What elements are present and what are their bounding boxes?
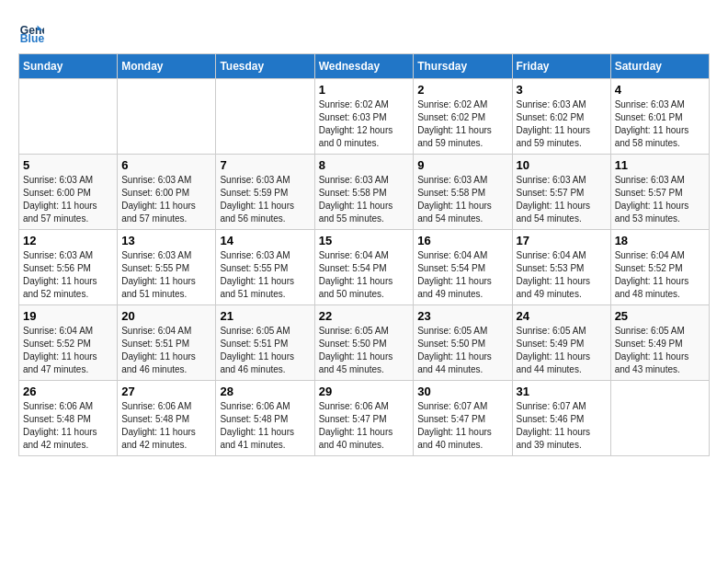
calendar-cell: 10Sunrise: 6:03 AM Sunset: 5:57 PM Dayli… — [512, 155, 610, 230]
day-number: 30 — [417, 385, 507, 398]
weekday-header: Tuesday — [216, 54, 314, 79]
day-number: 13 — [121, 234, 211, 247]
calendar-cell: 13Sunrise: 6:03 AM Sunset: 5:55 PM Dayli… — [118, 230, 216, 305]
calendar-cell: 21Sunrise: 6:05 AM Sunset: 5:51 PM Dayli… — [216, 305, 314, 381]
day-number: 11 — [615, 158, 705, 172]
day-number: 2 — [417, 83, 507, 97]
day-info: Sunrise: 6:04 AM Sunset: 5:53 PM Dayligh… — [517, 249, 607, 301]
day-info: Sunrise: 6:04 AM Sunset: 5:54 PM Dayligh… — [417, 249, 507, 301]
day-info: Sunrise: 6:03 AM Sunset: 6:00 PM Dayligh… — [23, 174, 113, 225]
calendar-cell: 20Sunrise: 6:04 AM Sunset: 5:51 PM Dayli… — [118, 305, 216, 381]
calendar-week: 12Sunrise: 6:03 AM Sunset: 5:56 PM Dayli… — [19, 230, 710, 305]
day-info: Sunrise: 6:03 AM Sunset: 5:56 PM Dayligh… — [23, 249, 113, 301]
calendar-cell — [118, 79, 216, 155]
weekday-header: Wednesday — [314, 54, 414, 79]
calendar-cell: 3Sunrise: 6:03 AM Sunset: 6:02 PM Daylig… — [512, 79, 610, 155]
day-info: Sunrise: 6:03 AM Sunset: 5:58 PM Dayligh… — [319, 174, 410, 225]
calendar-cell: 12Sunrise: 6:03 AM Sunset: 5:56 PM Dayli… — [19, 230, 118, 305]
calendar-week: 26Sunrise: 6:06 AM Sunset: 5:48 PM Dayli… — [19, 381, 710, 456]
logo-icon: General Blue — [18, 18, 44, 44]
calendar-cell — [610, 381, 709, 456]
day-number: 25 — [615, 309, 705, 323]
day-info: Sunrise: 6:03 AM Sunset: 5:57 PM Dayligh… — [615, 174, 705, 225]
calendar-cell: 16Sunrise: 6:04 AM Sunset: 5:54 PM Dayli… — [414, 230, 512, 305]
day-info: Sunrise: 6:05 AM Sunset: 5:51 PM Dayligh… — [220, 325, 310, 376]
day-info: Sunrise: 6:03 AM Sunset: 5:57 PM Dayligh… — [517, 174, 607, 225]
weekday-header: Thursday — [414, 54, 512, 79]
day-info: Sunrise: 6:03 AM Sunset: 5:55 PM Dayligh… — [220, 249, 310, 301]
day-number: 18 — [615, 234, 705, 247]
svg-text:Blue: Blue — [20, 32, 44, 44]
calendar-cell: 5Sunrise: 6:03 AM Sunset: 6:00 PM Daylig… — [19, 155, 118, 230]
day-info: Sunrise: 6:07 AM Sunset: 5:46 PM Dayligh… — [517, 400, 607, 452]
calendar-cell: 26Sunrise: 6:06 AM Sunset: 5:48 PM Dayli… — [19, 381, 118, 456]
calendar-cell: 6Sunrise: 6:03 AM Sunset: 6:00 PM Daylig… — [118, 155, 216, 230]
day-number: 10 — [517, 158, 607, 172]
day-info: Sunrise: 6:05 AM Sunset: 5:50 PM Dayligh… — [319, 325, 410, 376]
day-info: Sunrise: 6:04 AM Sunset: 5:51 PM Dayligh… — [121, 325, 211, 376]
calendar-cell: 25Sunrise: 6:05 AM Sunset: 5:49 PM Dayli… — [610, 305, 709, 381]
calendar-cell: 18Sunrise: 6:04 AM Sunset: 5:52 PM Dayli… — [610, 230, 709, 305]
calendar-header: SundayMondayTuesdayWednesdayThursdayFrid… — [19, 54, 710, 79]
calendar-cell: 15Sunrise: 6:04 AM Sunset: 5:54 PM Dayli… — [314, 230, 414, 305]
day-info: Sunrise: 6:03 AM Sunset: 5:58 PM Dayligh… — [417, 174, 507, 225]
day-info: Sunrise: 6:03 AM Sunset: 6:02 PM Dayligh… — [517, 98, 607, 150]
calendar-cell — [19, 79, 118, 155]
day-info: Sunrise: 6:02 AM Sunset: 6:02 PM Dayligh… — [417, 98, 507, 150]
day-number: 29 — [319, 385, 410, 398]
calendar-cell: 28Sunrise: 6:06 AM Sunset: 5:48 PM Dayli… — [216, 381, 314, 456]
calendar-cell: 4Sunrise: 6:03 AM Sunset: 6:01 PM Daylig… — [610, 79, 709, 155]
calendar-cell: 24Sunrise: 6:05 AM Sunset: 5:49 PM Dayli… — [512, 305, 610, 381]
day-info: Sunrise: 6:04 AM Sunset: 5:52 PM Dayligh… — [615, 249, 705, 301]
calendar-cell: 14Sunrise: 6:03 AM Sunset: 5:55 PM Dayli… — [216, 230, 314, 305]
calendar-week: 19Sunrise: 6:04 AM Sunset: 5:52 PM Dayli… — [19, 305, 710, 381]
weekday-header: Sunday — [19, 54, 118, 79]
day-info: Sunrise: 6:06 AM Sunset: 5:48 PM Dayligh… — [220, 400, 310, 452]
weekday-header: Monday — [118, 54, 216, 79]
day-number: 9 — [417, 158, 507, 172]
day-number: 21 — [220, 309, 310, 323]
day-number: 22 — [319, 309, 410, 323]
calendar-cell: 31Sunrise: 6:07 AM Sunset: 5:46 PM Dayli… — [512, 381, 610, 456]
day-info: Sunrise: 6:03 AM Sunset: 5:59 PM Dayligh… — [220, 174, 310, 225]
calendar-cell: 19Sunrise: 6:04 AM Sunset: 5:52 PM Dayli… — [19, 305, 118, 381]
calendar-week: 1Sunrise: 6:02 AM Sunset: 6:03 PM Daylig… — [19, 79, 710, 155]
calendar-cell: 29Sunrise: 6:06 AM Sunset: 5:47 PM Dayli… — [314, 381, 414, 456]
day-number: 5 — [23, 158, 113, 172]
day-info: Sunrise: 6:04 AM Sunset: 5:54 PM Dayligh… — [319, 249, 410, 301]
day-number: 12 — [23, 234, 113, 247]
calendar-cell — [216, 79, 314, 155]
weekday-header: Friday — [512, 54, 610, 79]
day-number: 8 — [319, 158, 410, 172]
day-number: 6 — [121, 158, 211, 172]
calendar-table: SundayMondayTuesdayWednesdayThursdayFrid… — [18, 53, 710, 456]
day-number: 26 — [23, 385, 113, 398]
day-info: Sunrise: 6:05 AM Sunset: 5:49 PM Dayligh… — [517, 325, 607, 376]
day-number: 1 — [319, 83, 410, 97]
calendar-cell: 1Sunrise: 6:02 AM Sunset: 6:03 PM Daylig… — [314, 79, 414, 155]
calendar-cell: 2Sunrise: 6:02 AM Sunset: 6:02 PM Daylig… — [414, 79, 512, 155]
day-number: 20 — [121, 309, 211, 323]
day-info: Sunrise: 6:02 AM Sunset: 6:03 PM Dayligh… — [319, 98, 410, 150]
day-info: Sunrise: 6:03 AM Sunset: 5:55 PM Dayligh… — [121, 249, 211, 301]
day-info: Sunrise: 6:06 AM Sunset: 5:48 PM Dayligh… — [121, 400, 211, 452]
day-info: Sunrise: 6:06 AM Sunset: 5:48 PM Dayligh… — [23, 400, 113, 452]
day-info: Sunrise: 6:07 AM Sunset: 5:47 PM Dayligh… — [417, 400, 507, 452]
calendar-week: 5Sunrise: 6:03 AM Sunset: 6:00 PM Daylig… — [19, 155, 710, 230]
day-number: 23 — [417, 309, 507, 323]
calendar-cell: 8Sunrise: 6:03 AM Sunset: 5:58 PM Daylig… — [314, 155, 414, 230]
day-info: Sunrise: 6:05 AM Sunset: 5:49 PM Dayligh… — [615, 325, 705, 376]
day-info: Sunrise: 6:03 AM Sunset: 6:01 PM Dayligh… — [615, 98, 705, 150]
day-number: 16 — [417, 234, 507, 247]
day-info: Sunrise: 6:03 AM Sunset: 6:00 PM Dayligh… — [121, 174, 211, 225]
logo: General Blue — [18, 18, 48, 44]
day-info: Sunrise: 6:05 AM Sunset: 5:50 PM Dayligh… — [417, 325, 507, 376]
day-number: 27 — [121, 385, 211, 398]
day-number: 17 — [517, 234, 607, 247]
calendar-cell: 7Sunrise: 6:03 AM Sunset: 5:59 PM Daylig… — [216, 155, 314, 230]
calendar-cell: 30Sunrise: 6:07 AM Sunset: 5:47 PM Dayli… — [414, 381, 512, 456]
calendar-cell: 17Sunrise: 6:04 AM Sunset: 5:53 PM Dayli… — [512, 230, 610, 305]
page-header: General Blue — [18, 18, 710, 44]
day-number: 15 — [319, 234, 410, 247]
day-info: Sunrise: 6:04 AM Sunset: 5:52 PM Dayligh… — [23, 325, 113, 376]
